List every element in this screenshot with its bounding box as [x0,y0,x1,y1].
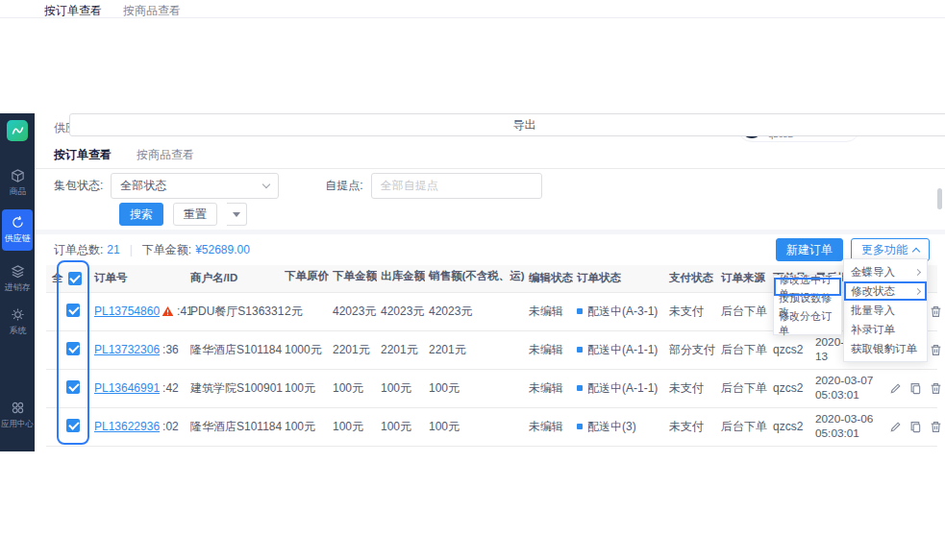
source-cell: 后台下单 [717,292,769,330]
system-gear-icon [11,307,25,322]
order-time-suffix: :42 [162,381,179,395]
row-checkbox[interactable] [66,419,80,432]
delete-icon[interactable] [930,382,942,395]
orig-price-cell: 100元 [281,407,329,446]
vertical-scrollbar-thumb[interactable] [937,188,942,209]
action-button-row: 搜索 重置 导出 [35,201,945,228]
header-order-amount[interactable]: 下单金额 [329,265,377,292]
sidebar-item-app-center[interactable]: 应用中心 [0,401,35,430]
caret-down-icon [233,212,240,217]
delete-icon[interactable] [930,421,942,433]
source-cell: 后台下单 [717,330,769,369]
header-sales[interactable]: 销售额(不含税、运) [425,265,525,292]
menu-item-modify-status[interactable]: 修改状态 [844,281,927,301]
summary-separator: | [130,243,133,256]
status-dot [577,308,583,314]
tab-product-view[interactable]: 按商品查看 [137,147,194,163]
orig-price-cell: 100元 [281,369,329,407]
menu-item-batch-import[interactable]: 批量导入 [844,301,927,320]
copy-icon[interactable] [909,382,922,395]
merchant-cell: PDU餐厅S136331 [187,292,281,330]
row-checkbox[interactable] [66,304,80,317]
edit-icon[interactable] [889,382,902,395]
order-status-cell: 配送中(A-3-1) [573,292,665,330]
out-amount-cell: 100元 [377,407,425,446]
order-status-cell: 配送中(A-1-1) [573,369,665,407]
select-all-checkbox[interactable] [68,272,82,285]
more-functions-menu: 金蝶导入 修改状态 批量导入 补录订单 获取银豹订单 [843,258,928,362]
pickup-point-label: 自提点: [325,178,362,194]
order-total-label: 订单总数: [54,242,103,258]
orig-price-cell: 2元 [281,292,329,330]
order-amount-value: ¥52689.00 [195,243,250,256]
pay-status-cell: 未支付 [665,369,717,407]
order-total-value: 21 [107,243,119,256]
last-time-cell: 2020-03-07 05:03:01 [811,369,885,407]
header-merchant: 商户名/ID [187,265,281,292]
header-out-amount[interactable]: 出库金额 [377,265,425,292]
amount-cell: 2201元 [329,330,377,369]
search-button[interactable]: 搜索 [119,203,163,226]
section-divider [35,230,945,234]
export-dropdown-button[interactable] [227,203,247,226]
header-pay-status: 支付状态 [665,265,717,292]
header-orig-price[interactable]: 下单原价 [281,265,329,292]
supply-chain-icon [11,215,25,230]
edit-status-cell: 未编辑 [525,330,573,369]
sidebar-item-supply-chain[interactable]: 供应链 [2,209,33,251]
delete-icon[interactable] [930,344,942,356]
row-checkbox[interactable] [66,342,80,355]
sales-cell: 100元 [425,369,525,407]
warning-icon [162,305,174,317]
reset-button[interactable]: 重置 [173,203,217,226]
header-order-status: 订单状态 [573,265,665,292]
last-time-cell: 2020-03-06 05:03:01 [811,407,885,446]
menu-item-fetch-pos-orders[interactable]: 获取银豹订单 [844,339,927,358]
tab-order-view[interactable]: 按订单查看 [54,147,112,163]
amount-cell: 42023元 [329,292,377,330]
row-checkbox[interactable] [66,380,80,394]
export-split-button: 导出 [227,203,247,226]
inventory-icon [11,264,25,279]
pickup-point-input[interactable] [371,173,542,199]
order-status-cell: 配送中(A-1-1) [573,330,665,369]
order-link[interactable]: PL13732306 [94,343,160,356]
menu-item-kingdee-import[interactable]: 金蝶导入 [844,262,927,281]
brand-logo[interactable] [7,120,28,141]
top-divider [0,17,945,18]
sidebar-item-system[interactable]: 系统 [0,307,35,337]
copy-icon[interactable] [909,421,922,433]
operator-cell: qzcs2 [769,407,811,446]
amount-cell: 100元 [329,369,377,407]
export-button[interactable]: 导出 [69,113,945,136]
order-link[interactable]: PL13754860 [94,304,160,318]
edit-status-cell: 未编辑 [525,407,573,446]
new-order-button[interactable]: 新建订单 [776,238,843,261]
amount-cell: 100元 [329,407,377,446]
edit-icon[interactable] [889,421,902,433]
order-link[interactable]: PL13646991 [94,381,160,395]
sidebar-item-goods[interactable]: 商品 [0,168,35,198]
sidebar-item-inventory[interactable]: 进销存 [0,264,35,294]
out-amount-cell: 42023元 [377,292,425,330]
chevron-up-icon [912,247,920,255]
summary-row: 订单总数: 21 | 下单金额: ¥52689.00 新建订单 更多功能 [35,236,945,263]
chevron-right-icon [914,287,921,294]
delete-icon[interactable] [930,305,942,318]
sales-cell: 42023元 [425,292,525,330]
submenu-item-modify-split-warehouse[interactable]: 修改分仓订单 [774,314,841,332]
package-status-select[interactable]: 全部状态 [111,173,279,199]
table-row: PL13622936:02 隆华酒店S101184 100元 100元 100元… [46,407,937,446]
menu-item-supplement-order[interactable]: 补录订单 [844,320,927,339]
filter-row: 集包状态: 全部状态 自提点: [35,172,945,199]
header-source: 订单来源 [717,265,769,292]
order-time-suffix: :36 [162,343,179,356]
apps-grid-icon [11,401,25,415]
merchant-cell: 隆华酒店S101184 [187,407,281,446]
view-tabs: 按订单查看 按商品查看 [35,142,945,169]
header-order-no: 订单号 [90,265,187,292]
order-link[interactable]: PL13622936 [94,420,160,433]
sales-cell: 100元 [425,407,525,446]
pay-status-cell: 未支付 [665,407,717,446]
sales-cell: 2201元 [425,330,525,369]
